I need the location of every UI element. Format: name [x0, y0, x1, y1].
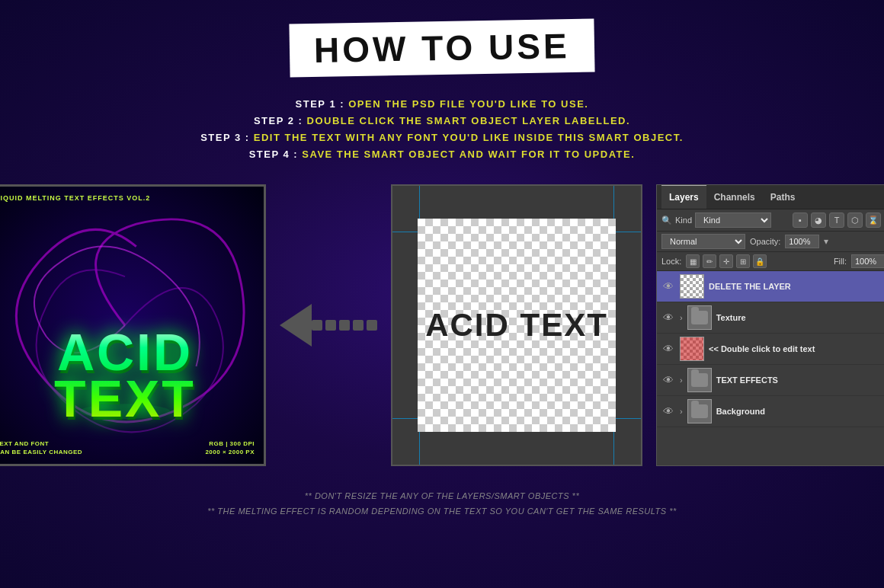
fill-label: Fill:	[834, 257, 847, 266]
footer-note-1: ** DON'T RESIZE THE ANY OF THE LAYERS/SM…	[0, 489, 884, 504]
step-4: STEP 4 : SAVE THE SMART OBJECT AND WAIT …	[0, 146, 884, 163]
layer-name-text-effects: TEXT EFFECTS	[716, 375, 884, 385]
lock-all-icon[interactable]: 🔒	[753, 254, 767, 268]
arrow-dot-2	[325, 320, 336, 331]
arrow-body	[312, 320, 377, 331]
fill-input[interactable]	[851, 254, 884, 268]
arrow-dot-1	[312, 320, 322, 331]
layer-name-background: Background	[716, 407, 884, 416]
folder-shape-texture	[691, 311, 708, 324]
arrow-dot-4	[353, 320, 364, 331]
folder-shape-background	[691, 404, 708, 418]
layer-thumb-texture	[687, 305, 712, 330]
blend-mode-dropdown[interactable]: Normal	[661, 234, 745, 249]
filter-type-icon[interactable]: T	[829, 213, 844, 228]
layer-row-texture[interactable]: 👁 › Texture	[657, 302, 884, 334]
step-3: STEP 3 : EDIT THE TEXT WITH ANY FONT YOU…	[0, 129, 884, 146]
layer-thumb-delete	[680, 274, 704, 299]
layer-name-texture: Texture	[716, 313, 884, 322]
page-title: HOW TO USE	[314, 26, 570, 70]
layer-name-delete: DELETE THE LAYER	[709, 282, 884, 291]
layers-lock-row: Lock: ▦ ✏ ✛ ⊞ 🔒 Fill: ▾	[657, 252, 884, 271]
layer-visibility-smart[interactable]: 👁	[661, 342, 675, 356]
preview-acid-text: ACIDTEXT	[54, 329, 196, 422]
layer-visibility-text-effects[interactable]: 👁	[661, 373, 675, 387]
footer-note-2: ** THE MELTING EFFECT IS RANDOM DEPENDIN…	[0, 504, 884, 519]
lock-move-icon[interactable]: ✛	[719, 254, 733, 268]
arrow-dot-5	[367, 320, 377, 331]
thumb-checker-delete	[681, 275, 703, 298]
canvas-text: ACID TEXT	[425, 307, 608, 344]
main-content: LIQUID MELTING TEXT EFFECTS VOL.2 ACIDTE…	[0, 184, 884, 466]
folder-shape-text-effects	[691, 373, 708, 387]
layers-filter-row: 🔍 Kind Kind ▪ ◕ T ⬡ ⌛	[657, 209, 884, 232]
footer-notes: ** DON'T RESIZE THE ANY OF THE LAYERS/SM…	[0, 489, 884, 519]
opacity-input[interactable]	[785, 235, 819, 248]
layer-expand-background[interactable]: ›	[680, 407, 683, 416]
preview-acid-text-wrapper: ACIDTEXT	[54, 329, 196, 422]
filter-search-icon: 🔍	[661, 216, 672, 225]
layer-expand-text-effects[interactable]: ›	[680, 375, 683, 385]
filter-pixel-icon[interactable]: ▪	[793, 213, 808, 228]
filter-adjust-icon[interactable]: ◕	[811, 213, 826, 228]
thumb-checker-smart	[681, 337, 703, 360]
layer-visibility-delete[interactable]: 👁	[661, 280, 675, 293]
tab-layers[interactable]: Layers	[661, 185, 706, 209]
layer-row-background[interactable]: 👁 › Background	[657, 396, 884, 427]
arrow-dot-3	[339, 320, 350, 331]
layers-panel: Layers Channels Paths ☰ 🔍 Kind Kind ▪ ◕ …	[656, 184, 884, 466]
preview-label-top: LIQUID MELTING TEXT EFFECTS VOL.2	[0, 194, 150, 202]
layer-visibility-texture[interactable]: 👁	[661, 311, 675, 324]
layer-row-delete[interactable]: 👁 DELETE THE LAYER	[657, 271, 884, 302]
lock-transparent-icon[interactable]: ▦	[686, 254, 700, 268]
canvas-inner: ACID TEXT	[418, 219, 616, 432]
title-section: HOW TO USE	[0, 0, 884, 75]
preview-label-bottom-right: RGB | 300 DPI2000 × 2000 PX	[205, 439, 255, 456]
preview-label-bottom-left: TEXT AND FONTCAN BE EASILY CHANGED	[0, 439, 82, 456]
filter-kind-dropdown[interactable]: Kind	[695, 213, 771, 228]
filter-icons: ▪ ◕ T ⬡ ⌛	[793, 213, 884, 228]
layer-row-smart-object[interactable]: 👁 << Double click to edit text	[657, 334, 884, 365]
step-2: STEP 2 : DOUBLE CLICK THE SMART OBJECT L…	[0, 113, 884, 129]
lock-artboard-icon[interactable]: ⊞	[736, 254, 750, 268]
lock-icons: ▦ ✏ ✛ ⊞ 🔒	[686, 254, 767, 268]
tab-paths[interactable]: Paths	[763, 186, 803, 209]
arrow-head	[280, 304, 312, 347]
preview-panel: LIQUID MELTING TEXT EFFECTS VOL.2 ACIDTE…	[0, 184, 266, 466]
layer-thumb-background	[687, 399, 712, 423]
filter-shape-icon[interactable]: ⬡	[847, 213, 863, 228]
layers-blend-row: Normal Opacity: ▾	[657, 232, 884, 252]
layer-visibility-background[interactable]: 👁	[661, 404, 675, 418]
lock-label: Lock:	[661, 257, 681, 266]
layer-thumb-smart	[680, 337, 704, 361]
arrow-left	[280, 304, 377, 347]
step-1: STEP 1 : OPEN THE PSD FILE YOU'D LIKE TO…	[0, 96, 884, 113]
tab-channels[interactable]: Channels	[706, 186, 763, 209]
layer-name-smart: << Double click to edit text	[709, 344, 884, 353]
layer-row-text-effects[interactable]: 👁 › TEXT EFFECTS	[657, 365, 884, 396]
lock-paint-icon[interactable]: ✏	[703, 254, 716, 268]
opacity-label: Opacity:	[750, 237, 780, 246]
title-badge: HOW TO USE	[290, 19, 595, 78]
filter-kind-label: Kind	[675, 216, 692, 225]
steps-section: STEP 1 : OPEN THE PSD FILE YOU'D LIKE TO…	[0, 96, 884, 163]
filter-smart-icon[interactable]: ⌛	[866, 213, 881, 228]
layer-expand-texture[interactable]: ›	[680, 313, 683, 322]
opacity-dropdown-icon[interactable]: ▾	[824, 236, 828, 247]
arrow-container	[280, 184, 377, 466]
canvas-panel: ACID TEXT	[391, 184, 642, 466]
layer-thumb-text-effects	[687, 368, 712, 392]
layers-tabs: Layers Channels Paths ☰	[657, 185, 884, 209]
